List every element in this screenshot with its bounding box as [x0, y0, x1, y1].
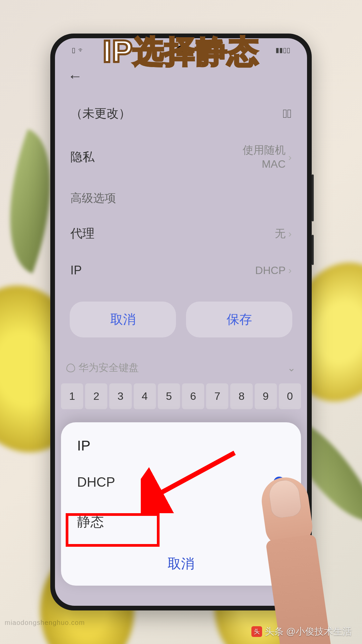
privacy-value-1: 使用随机	[243, 143, 286, 157]
video-caption: IP选择静态	[103, 31, 259, 72]
svg-line-1	[154, 453, 235, 496]
privacy-label: 隐私	[70, 149, 95, 165]
back-icon[interactable]: ←	[68, 68, 82, 85]
chevron-right-icon: ›	[288, 265, 292, 276]
privacy-row[interactable]: 隐私 使用随机 MAC ›	[66, 132, 296, 182]
signal-icon: ▮▮▯▯	[276, 46, 290, 54]
key-9[interactable]: 9	[255, 383, 277, 409]
key-7[interactable]: 7	[206, 383, 228, 409]
advanced-section: 高级选项	[66, 182, 296, 215]
cancel-button[interactable]: 取消	[70, 302, 176, 337]
chevron-down-icon[interactable]: ⌄	[287, 362, 296, 374]
chevron-right-icon: ›	[288, 228, 292, 239]
save-button[interactable]: 保存	[186, 302, 292, 337]
key-1[interactable]: 1	[61, 383, 83, 409]
highlight-rectangle	[66, 513, 160, 547]
dhcp-label: DHCP	[77, 475, 115, 490]
key-0[interactable]: 0	[279, 383, 301, 409]
caption-part2: 静态	[196, 34, 259, 68]
key-2[interactable]: 2	[85, 383, 107, 409]
ip-value: DHCP	[255, 264, 286, 277]
wifi-icon: ᯤ	[78, 46, 85, 54]
keyboard-bar: 华为安全键盘 ⌄	[55, 354, 307, 381]
ip-label: IP	[70, 263, 82, 277]
password-placeholder: （未更改）	[70, 105, 131, 122]
proxy-row[interactable]: 代理 无 ›	[66, 215, 296, 253]
keyboard-name: 华为安全键盘	[78, 361, 139, 375]
proxy-label: 代理	[70, 225, 95, 242]
caption-part1: IP选择	[103, 34, 196, 68]
eye-off-icon[interactable]: 👁⃠	[283, 107, 292, 121]
watermark-source: 头 头条 @小俊技术生活	[251, 625, 352, 638]
toutiao-icon: 头	[251, 626, 262, 637]
key-3[interactable]: 3	[109, 383, 131, 409]
ip-row[interactable]: IP DHCP ›	[66, 253, 296, 288]
proxy-value: 无	[275, 226, 286, 241]
settings-panel: （未更改） 👁⃠ 隐私 使用随机 MAC › 高级选项 代理 无 ›	[55, 88, 307, 354]
button-row: 取消 保存	[66, 288, 296, 347]
shield-icon	[66, 364, 75, 372]
watermark-text: 头条 @小俊技术生活	[265, 625, 352, 638]
chevron-right-icon: ›	[288, 152, 292, 163]
privacy-value-2: MAC	[243, 157, 286, 171]
password-row[interactable]: （未更改） 👁⃠	[66, 95, 296, 132]
battery-icon: ▯	[72, 46, 75, 54]
annotation-arrow	[141, 446, 241, 513]
key-4[interactable]: 4	[134, 383, 156, 409]
power-button	[312, 235, 314, 265]
key-5[interactable]: 5	[158, 383, 180, 409]
key-8[interactable]: 8	[230, 383, 252, 409]
watermark-url: miaodongshenghuo.com	[5, 619, 85, 627]
volume-button	[312, 174, 314, 221]
keyboard-number-row: 1 2 3 4 5 6 7 8 9 0	[55, 381, 307, 411]
key-6[interactable]: 6	[182, 383, 204, 409]
